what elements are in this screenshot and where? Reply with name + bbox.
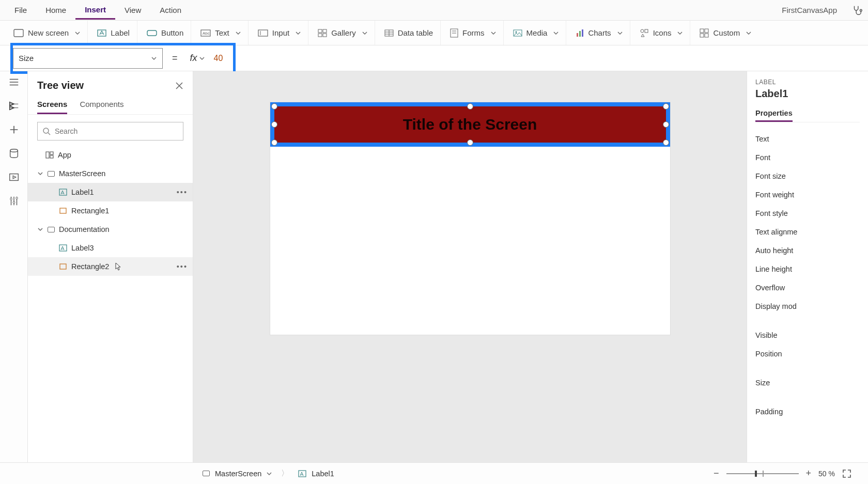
tree-view-icon[interactable] [8,100,20,112]
icons-dropdown[interactable]: Icons [632,21,691,45]
menu-action[interactable]: Action [150,2,191,19]
menu-view[interactable]: View [115,2,150,19]
more-icon[interactable]: ••• [177,262,188,271]
tree-node-label3[interactable]: Label3 [28,239,193,257]
input-dropdown[interactable]: Input [251,21,308,45]
resize-handle[interactable] [663,121,669,128]
text-dropdown[interactable]: Abc Text [193,21,249,45]
new-screen-button[interactable]: New screen [6,21,88,45]
svg-rect-29 [705,34,708,37]
svg-rect-11 [323,34,327,37]
equals-sign: = [163,53,187,64]
data-table-button[interactable]: Data table [377,21,441,45]
canvas-area[interactable]: Title of the Screen [193,71,747,462]
prop-font[interactable]: Font [755,148,860,167]
chevron-down-icon [151,55,157,61]
breadcrumb-element[interactable]: Label1 [312,470,334,478]
resize-handle[interactable] [467,103,473,110]
selected-element[interactable]: Title of the Screen [270,102,670,147]
data-icon[interactable] [8,148,20,159]
more-icon[interactable]: ••• [177,188,188,196]
formula-value[interactable]: 40 [208,54,229,63]
zoom-slider-thumb[interactable] [755,471,757,477]
stethoscope-icon[interactable] [851,5,863,16]
chevron-down-icon [296,30,301,36]
tree-search-input[interactable] [55,127,178,135]
prop-line-height[interactable]: Line height [755,260,860,278]
tree-node-rectangle2[interactable]: Rectangle2 ••• [28,257,193,276]
add-icon[interactable] [8,124,20,135]
gallery-dropdown[interactable]: Gallery [311,21,375,45]
prop-text-align[interactable]: Text alignme [755,223,860,241]
prop-padding[interactable]: Padding [755,402,860,421]
zoom-slider[interactable] [726,473,799,474]
tab-components[interactable]: Components [80,96,123,114]
custom-dropdown[interactable]: Custom [692,21,758,45]
tree-node-masterscreen[interactable]: MasterScreen [28,164,193,183]
label-icon [59,244,67,252]
prop-visible[interactable]: Visible [755,326,860,345]
resize-handle[interactable] [271,139,277,146]
tab-properties[interactable]: Properties [755,106,793,122]
formula-bar: Size = fx 40 [0,45,868,71]
prop-display-mode[interactable]: Display mod [755,297,860,316]
zoom-percent: 50 % [818,470,835,478]
rectangle-icon [59,263,67,270]
button-button[interactable]: Button [140,21,191,45]
menu-insert[interactable]: Insert [75,1,115,20]
zoom-in-button[interactable]: + [806,468,812,479]
tree-node-app[interactable]: App [28,146,193,164]
svg-text:Abc: Abc [203,31,210,36]
zoom-slider-center [763,471,764,477]
svg-rect-41 [60,208,66,213]
svg-rect-27 [705,29,708,33]
close-icon[interactable] [175,82,183,90]
app-title: FirstCanvasApp [782,6,847,14]
chevron-down-icon [37,226,43,232]
prop-overflow[interactable]: Overflow [755,278,860,297]
svg-point-0 [860,9,862,11]
menu-home[interactable]: Home [36,2,75,19]
forms-dropdown[interactable]: Forms [443,21,504,45]
label-button[interactable]: Label [90,21,137,45]
prop-text[interactable]: Text [755,130,860,148]
breadcrumb-screen[interactable]: MasterScreen [215,470,261,478]
resize-handle[interactable] [663,103,669,110]
svg-rect-26 [700,29,704,33]
title-label[interactable]: Title of the Screen [274,106,666,143]
prop-position[interactable]: Position [755,345,860,363]
property-selector[interactable]: Size [13,48,163,69]
fullscreen-icon[interactable] [842,469,851,478]
formula-input[interactable] [236,45,868,71]
tools-icon[interactable] [8,195,20,207]
resize-handle[interactable] [663,139,669,146]
tree-node-documentation[interactable]: Documentation [28,220,193,239]
prop-auto-height[interactable]: Auto height [755,241,860,260]
fx-button[interactable]: fx [187,53,208,64]
resize-handle[interactable] [271,103,277,110]
svg-rect-25 [645,29,648,33]
screen-thumbnail-icon [48,227,55,232]
prop-size[interactable]: Size [755,373,860,392]
prop-font-style[interactable]: Font style [755,204,860,223]
tree-node-label1[interactable]: Label1 ••• [28,183,193,201]
screen-canvas[interactable]: Title of the Screen [270,102,670,335]
zoom-out-button[interactable]: − [714,468,719,479]
media-rail-icon[interactable] [8,171,20,183]
element-name: Label1 [755,88,860,100]
chevron-down-icon[interactable] [267,471,272,476]
resize-handle[interactable] [271,121,277,128]
insert-ribbon: New screen Label Button Abc Text Input G… [0,21,868,45]
tree-search[interactable] [37,122,183,140]
prop-font-size[interactable]: Font size [755,167,860,185]
charts-dropdown[interactable]: Charts [568,21,630,45]
table-icon [384,29,394,37]
media-dropdown[interactable]: Media [506,21,567,45]
tab-screens[interactable]: Screens [37,96,67,114]
svg-line-36 [48,133,50,135]
resize-handle[interactable] [467,139,473,146]
tree-node-rectangle1[interactable]: Rectangle1 [28,201,193,220]
menu-file[interactable]: File [5,2,36,19]
prop-font-weight[interactable]: Font weight [755,185,860,204]
hamburger-icon[interactable] [8,76,20,88]
